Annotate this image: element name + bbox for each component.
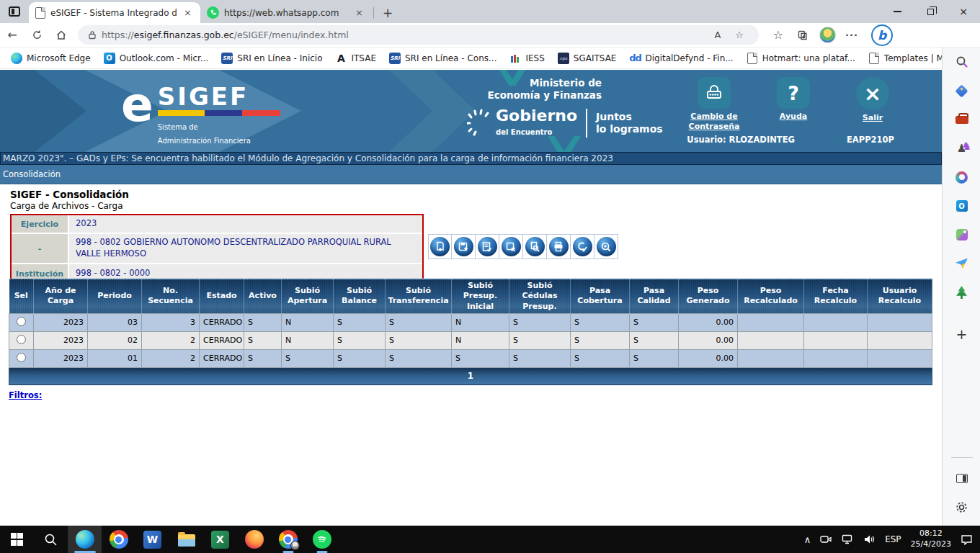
bookmark-item[interactable]: sgaSGAITSAE xyxy=(551,50,623,67)
action-center-button[interactable] xyxy=(961,534,973,545)
lock-icon xyxy=(88,30,97,40)
meet-now-icon[interactable] xyxy=(820,534,832,544)
save-upload-button[interactable] xyxy=(452,234,476,259)
tab-whatsapp[interactable]: https://web.whatsapp.com × xyxy=(200,2,372,23)
sidebar-search-button[interactable] xyxy=(943,48,980,76)
home-icon xyxy=(55,30,67,41)
tab-workspaces-button[interactable] xyxy=(0,0,29,23)
tab-close-icon[interactable]: × xyxy=(182,7,194,18)
sidebar-settings-button[interactable] xyxy=(943,493,980,521)
taskbar-excel-button[interactable]: X xyxy=(203,526,237,553)
sidebar-designer-button[interactable] xyxy=(943,220,980,249)
sidebar-tree-button[interactable] xyxy=(943,278,980,307)
bing-discover-button[interactable]: b xyxy=(871,24,893,46)
exit-icon: × xyxy=(856,77,889,110)
page-favicon-icon xyxy=(35,7,45,19)
taskbar-chrome-button[interactable] xyxy=(102,526,135,553)
read-aloud-button[interactable]: A xyxy=(707,30,729,40)
sidebar-add-button[interactable]: + xyxy=(943,320,980,349)
taskbar-edge-button[interactable] xyxy=(68,526,102,553)
sidebar-outlook-button[interactable]: O xyxy=(943,192,980,220)
spotify-icon xyxy=(313,530,331,549)
cell: S xyxy=(244,349,282,367)
taskbar-explorer-button[interactable] xyxy=(169,526,203,553)
taskbar-chrome-profile-button[interactable] xyxy=(271,526,305,553)
bookmark-item[interactable]: Microsoft Edge xyxy=(4,50,97,67)
taskbar-search-button[interactable] xyxy=(34,526,68,553)
network-icon[interactable] xyxy=(842,534,854,544)
tab-esigef[interactable]: eSIGEF - Sistema Integrado de Ge × xyxy=(29,2,200,23)
bookmark-item[interactable]: SRISRI en Línea - Inicio xyxy=(215,50,329,67)
column-header: Usuario Recalculo xyxy=(868,279,932,313)
pagination-bar[interactable]: 1 xyxy=(9,367,932,385)
minimize-button[interactable] xyxy=(881,0,914,23)
column-header: Año de Carga xyxy=(34,279,88,313)
volume-icon[interactable] xyxy=(863,534,876,544)
tab-title: eSIGEF - Sistema Integrado de Ge xyxy=(50,8,177,18)
taskbar-firefox-button[interactable] xyxy=(237,526,271,553)
row-select-radio[interactable] xyxy=(17,335,26,344)
bookmark-item[interactable]: AITSAE xyxy=(329,50,383,67)
collections-button[interactable] xyxy=(790,24,815,46)
taskbar-spotify-button[interactable] xyxy=(305,526,339,553)
column-header: Peso Recalculado xyxy=(738,279,804,313)
filters-link[interactable]: Filtros: xyxy=(9,390,42,400)
cell xyxy=(738,349,804,367)
bookmark-item[interactable]: SRISRI en Línea - Cons... xyxy=(383,50,503,67)
clock[interactable]: 08:12 25/4/2023 xyxy=(911,529,951,550)
bookmark-item[interactable]: OOutlook.com - Micr... xyxy=(97,50,215,67)
cell xyxy=(738,313,804,331)
sidebar-tools-button[interactable] xyxy=(943,105,980,134)
cell: S xyxy=(571,313,630,331)
new-tab-button[interactable]: + xyxy=(377,2,398,23)
delete-button[interactable] xyxy=(499,234,523,259)
new-record-button[interactable] xyxy=(428,234,452,259)
print-button[interactable] xyxy=(547,234,571,259)
sidebar-games-button[interactable]: ♟♞ xyxy=(943,134,980,163)
validate-button[interactable] xyxy=(476,234,499,259)
refresh-icon xyxy=(32,30,43,40)
action-toolbar xyxy=(428,234,618,259)
tray-overflow-button[interactable]: ∧ xyxy=(804,534,811,545)
sidebar-drop-button[interactable] xyxy=(943,249,980,278)
ministry-title: Ministerio de Economía y Finanzas xyxy=(404,77,602,102)
edge-logo-icon xyxy=(11,53,22,64)
refresh-button[interactable] xyxy=(24,24,49,46)
sidebar-shopping-button[interactable] xyxy=(943,76,980,105)
close-button[interactable]: × xyxy=(947,0,980,23)
start-button[interactable] xyxy=(0,526,34,553)
change-password-button[interactable]: Cambio de Contraseña xyxy=(684,77,744,132)
new-document-icon xyxy=(430,237,450,256)
cell xyxy=(868,313,932,331)
tab-close-icon[interactable]: × xyxy=(353,7,365,18)
shopping-tag-icon xyxy=(955,84,968,97)
profile-button[interactable] xyxy=(815,24,839,46)
bookmark-item[interactable]: IESS xyxy=(503,50,551,67)
restore-button[interactable] xyxy=(914,0,947,23)
logout-button[interactable]: × Salir xyxy=(842,77,903,132)
menu-consolidacion[interactable]: Consolidación xyxy=(3,169,61,179)
esigef-header-banner: e SIGEF Sistema de Administración Financ… xyxy=(0,70,942,152)
add-favorite-button[interactable]: ☆ xyxy=(729,30,750,40)
row-select-radio[interactable] xyxy=(17,353,26,362)
home-button[interactable] xyxy=(49,24,74,46)
window-controls: × xyxy=(881,0,980,23)
bookmark-item[interactable]: ddDigitalDefynd - Fin... xyxy=(623,50,739,67)
address-bar[interactable]: https://esigef.finanzas.gob.ec/eSIGEF/me… xyxy=(78,25,759,45)
favorites-button[interactable]: ☆ xyxy=(766,24,790,46)
back-button[interactable]: ← xyxy=(0,24,24,46)
preview-button[interactable] xyxy=(523,234,547,259)
sidebar-office-button[interactable] xyxy=(943,163,980,192)
collections-icon xyxy=(797,30,808,41)
approve-button[interactable] xyxy=(571,234,594,259)
bookmark-item[interactable]: Hotmart: una plataf... xyxy=(740,50,862,67)
consult-button[interactable] xyxy=(594,234,618,259)
row-select-radio[interactable] xyxy=(17,317,26,326)
table-header-row: Sel Año de Carga Periodo No. Secuencia E… xyxy=(9,279,932,313)
settings-menu-button[interactable]: ··· xyxy=(839,24,864,46)
language-indicator[interactable]: ESP xyxy=(885,534,901,544)
cell: S xyxy=(509,349,571,367)
sidebar-panel-button[interactable] xyxy=(943,464,980,493)
taskbar-word-button[interactable]: W xyxy=(135,526,169,553)
help-button[interactable]: ? Ayuda xyxy=(763,77,824,132)
